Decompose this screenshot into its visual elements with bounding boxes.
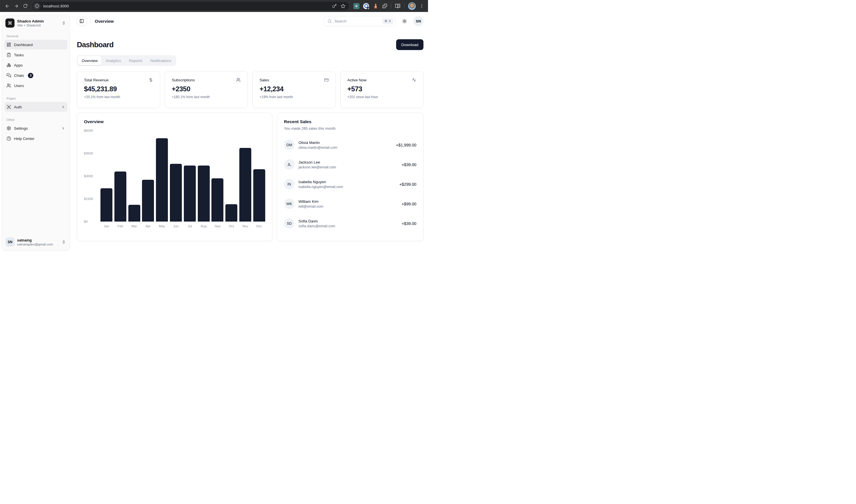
- sidebar-item-label: Settings: [14, 126, 28, 130]
- browser-back-button[interactable]: [3, 2, 11, 10]
- site-info-button[interactable]: [33, 3, 40, 10]
- dollar-icon: [149, 78, 153, 82]
- y-tick-label: $6000: [84, 129, 93, 132]
- header-divider: [90, 18, 91, 24]
- tab-notifications[interactable]: Notifications: [146, 56, 176, 65]
- sale-row: OM Olivia Martin olivia.martin@email.com…: [284, 140, 416, 150]
- users-icon: [6, 83, 11, 88]
- sidebar-item-label: Dashboard: [14, 43, 33, 47]
- user-menu[interactable]: SN satnaing satnaingdev@gmail.com: [4, 236, 67, 248]
- search-input[interactable]: Search ⌘ K: [324, 16, 396, 26]
- settings-gear-icon: [6, 126, 11, 130]
- sale-row: SD Sofia Davis sofia.davis@email.com +$3…: [284, 218, 416, 229]
- stat-card-subscriptions: Subscriptions +2350 +180.1% from last mo…: [165, 71, 248, 108]
- y-tick-label: $4500: [84, 151, 93, 155]
- forward-arrow-icon: [14, 4, 19, 8]
- sidebar-item-dashboard[interactable]: Dashboard: [4, 40, 67, 50]
- teal-extension-icon[interactable]: [353, 3, 360, 9]
- sale-name: William Kim: [298, 199, 323, 204]
- search-icon: [328, 19, 332, 23]
- app-name: Shadcn Admin: [17, 19, 44, 24]
- bar-Jan: [101, 188, 112, 221]
- stat-delta: +180.1% from last month: [172, 95, 241, 99]
- browser-profile-avatar[interactable]: [408, 2, 416, 10]
- x-axis: JanFebMarAprMayJunJulAugSepOctNovDec: [101, 224, 265, 228]
- stat-delta: +19% from last month: [260, 95, 329, 99]
- recent-sales-subtitle: You made 265 sales this month.: [284, 126, 416, 130]
- tab-overview[interactable]: Overview: [78, 56, 102, 65]
- user-name: satnaing: [17, 238, 53, 242]
- app-subtitle: Vite + ShadcnUI: [17, 24, 44, 27]
- bookmark-star-icon[interactable]: [340, 4, 346, 8]
- sale-name: Sofia Davis: [298, 219, 335, 223]
- sidebar-item-users[interactable]: Users: [4, 81, 67, 90]
- stat-value: +12,234: [260, 85, 329, 93]
- bar-Sep: [211, 178, 223, 221]
- bar-Oct: [225, 204, 237, 221]
- bar-Jul: [184, 165, 196, 221]
- sidebar-item-settings[interactable]: Settings: [4, 123, 67, 133]
- download-button[interactable]: Download: [396, 39, 423, 50]
- stat-delta: +201 since last hour: [348, 95, 417, 99]
- sidebar-group-label: General: [4, 34, 67, 38]
- credit-card-icon: [324, 78, 329, 82]
- sidebar-item-label: Chats: [14, 73, 24, 78]
- info-icon: [35, 4, 39, 8]
- x-tick-label: Aug: [198, 224, 210, 228]
- sun-icon: [402, 19, 407, 24]
- theme-toggle-button[interactable]: [400, 16, 409, 26]
- sale-email: olivia.martin@email.com: [298, 146, 337, 150]
- page-title: Dashboard: [77, 40, 113, 49]
- sale-row: IN Isabella Nguyen isabella.nguyen@email…: [284, 179, 416, 190]
- sale-name: Isabella Nguyen: [298, 180, 343, 184]
- sale-amount: +$99.00: [402, 202, 416, 206]
- app-header: Overview Search ⌘ K SN: [77, 12, 423, 30]
- stat-value: $45,231.89: [84, 85, 153, 93]
- overview-chart-card: Overview $6000$4500$3000$1500$0 JanFebMa…: [77, 113, 272, 241]
- sidebar-toggle-button[interactable]: [77, 16, 87, 26]
- x-tick-label: Dec: [253, 224, 265, 228]
- y-tick-label: $3000: [84, 174, 93, 178]
- sidebar-item-tasks[interactable]: Tasks: [4, 50, 67, 60]
- sidebar-group-label: Pages: [4, 97, 67, 100]
- chats-icon: [6, 73, 11, 78]
- reading-list-icon[interactable]: [395, 3, 400, 9]
- bar-Feb: [115, 172, 126, 221]
- dashboard-tabs: Overview Analytics Reports Notifications: [77, 55, 176, 66]
- x-tick-label: May: [156, 224, 168, 228]
- sidebar-item-apps[interactable]: Apps: [4, 60, 67, 70]
- lock-icon: [367, 7, 370, 10]
- sidebar-item-auth[interactable]: Auth: [4, 102, 67, 112]
- browser-reload-button[interactable]: [21, 2, 30, 10]
- extensions-puzzle-icon[interactable]: [382, 3, 387, 8]
- dashboard-icon: [6, 42, 11, 47]
- lighthouse-extension-icon[interactable]: [373, 3, 379, 9]
- search-placeholder: Search: [334, 19, 347, 23]
- command-icon: ⌘: [5, 18, 15, 28]
- auth-lock-icon: [6, 105, 11, 109]
- bar-Dec: [253, 169, 265, 221]
- tab-reports[interactable]: Reports: [125, 56, 146, 65]
- sidebar-item-chats[interactable]: Chats 3: [4, 71, 67, 80]
- browser-forward-button[interactable]: [12, 2, 20, 10]
- workspace-switcher[interactable]: ⌘ Shadcn Admin Vite + ShadcnUI: [4, 17, 67, 29]
- sale-avatar: WK: [284, 199, 295, 209]
- sale-avatar: SD: [284, 218, 295, 229]
- sidebar-item-help-center[interactable]: Help Center: [4, 134, 67, 143]
- kebab-menu-icon[interactable]: [419, 4, 424, 8]
- password-key-icon[interactable]: [332, 4, 337, 8]
- sale-avatar: IN: [284, 179, 295, 190]
- user-avatar: SN: [5, 237, 15, 247]
- sidebar: ⌘ Shadcn Admin Vite + ShadcnUI General D…: [2, 15, 70, 251]
- url-bar[interactable]: localhost:3000: [32, 2, 349, 10]
- bar-chart: $6000$4500$3000$1500$0 JanFebMarAprMayJu…: [84, 130, 265, 231]
- onepassword-extension-icon[interactable]: [363, 3, 369, 9]
- chrome-divider: [404, 3, 404, 8]
- y-tick-label: $1500: [84, 197, 93, 200]
- stat-card-total-revenue: Total Revenue $45,231.89 +20.1% from las…: [77, 71, 160, 108]
- tab-analytics[interactable]: Analytics: [102, 56, 125, 65]
- profile-avatar-button[interactable]: SN: [413, 16, 423, 26]
- sidebar-item-label: Apps: [14, 63, 23, 67]
- sale-email: isabella.nguyen@email.com: [298, 185, 343, 189]
- stat-delta: +20.1% from last month: [84, 95, 153, 99]
